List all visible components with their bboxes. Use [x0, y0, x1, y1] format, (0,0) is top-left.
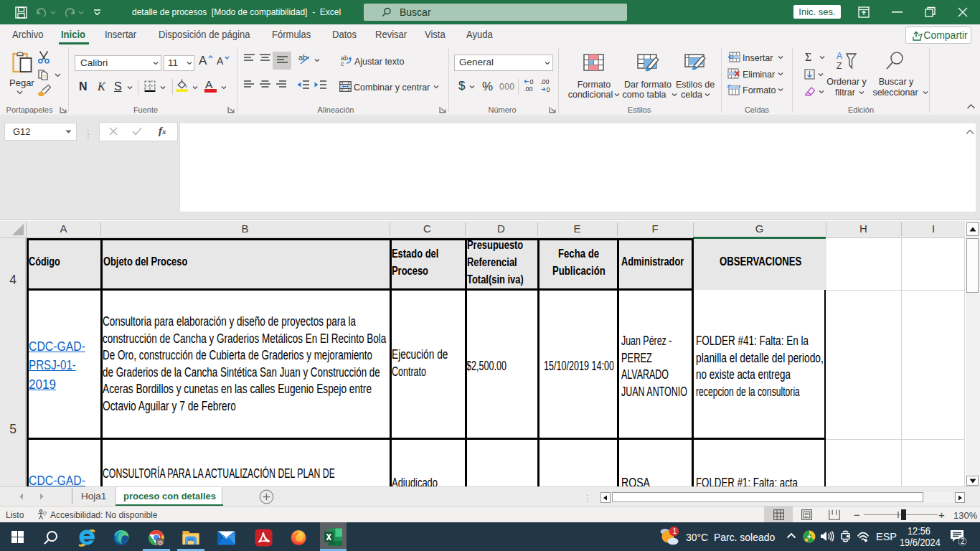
svg-text:1: 1 — [673, 527, 677, 535]
svg-text:.00: .00 — [540, 79, 550, 85]
svg-text:0: 0 — [547, 86, 550, 92]
svg-text:G: G — [159, 540, 163, 546]
svg-text:ab: ab — [298, 53, 307, 62]
svg-text:.00: .00 — [524, 85, 533, 93]
svg-text:Z: Z — [837, 61, 842, 71]
svg-text:2: 2 — [961, 537, 965, 545]
svg-text:?: ? — [43, 510, 47, 517]
svg-text:c: c — [341, 60, 344, 66]
svg-text:A: A — [837, 51, 842, 61]
